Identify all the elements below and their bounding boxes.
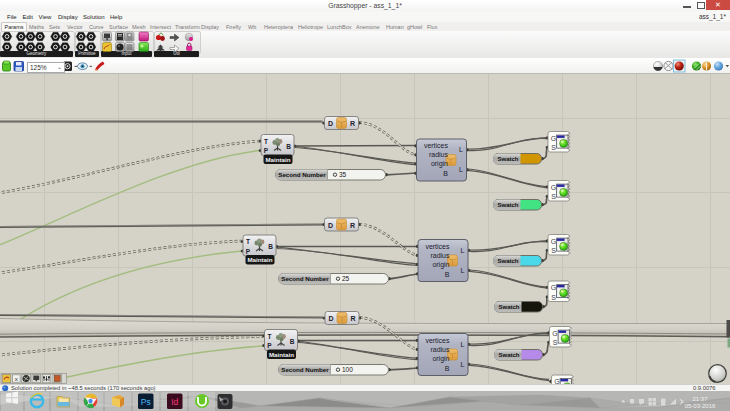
svg-text:05-03-2016: 05-03-2016: [685, 403, 716, 409]
svg-text:100: 100: [342, 366, 353, 373]
svg-text:Ps: Ps: [141, 396, 151, 406]
svg-text:Id: Id: [171, 396, 178, 406]
svg-text:x: x: [15, 376, 18, 382]
svg-text:35: 35: [339, 171, 347, 178]
svg-text:25: 25: [342, 275, 350, 282]
svg-text:21:37: 21:37: [692, 395, 708, 401]
